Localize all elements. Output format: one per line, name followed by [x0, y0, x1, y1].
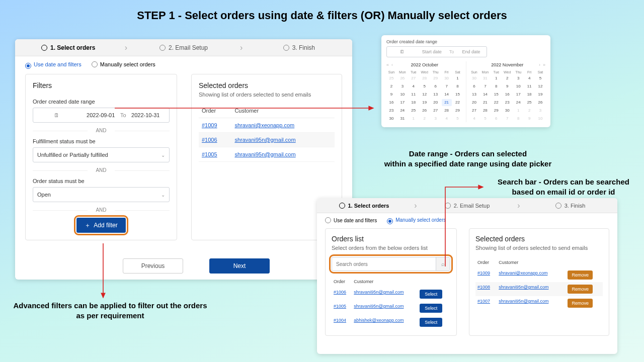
fulfillment-label: Fulfillment status must be — [33, 138, 170, 144]
customer-link[interactable]: shravani95n@gmail.com — [234, 137, 295, 143]
orders-list-title: Orders list — [332, 235, 450, 243]
chevron-right-icon: › — [411, 201, 420, 210]
step-3[interactable]: 3. Finish — [246, 44, 352, 51]
table-row: #1008shravani95n@gmail.comRemove — [475, 282, 603, 296]
customer-link[interactable]: shravani95n@gmail.com — [354, 290, 404, 295]
customer-link[interactable]: shravani@xeonapp.com — [234, 122, 294, 128]
order-link[interactable]: #1009 — [477, 270, 490, 276]
selected-orders-table: OrderCustomer #1009shravani@xeonapp.com … — [199, 104, 335, 162]
order-link[interactable]: #1004 — [334, 318, 346, 323]
wizard-panel-filters: 1. Select orders › 2. Email Setup › 3. F… — [15, 39, 352, 280]
select-button[interactable]: Select — [420, 290, 442, 299]
customer-link[interactable]: shravani95n@gmail.com — [499, 299, 548, 304]
table-row: #1006shravani95n@gmail.com — [199, 133, 335, 147]
next-year-icon[interactable]: » — [543, 62, 545, 67]
selected-orders-card-2: Selected orders Showing list of orders s… — [469, 228, 609, 336]
customer-link[interactable]: abhishek@xeonapp.com — [354, 318, 404, 323]
next-button[interactable]: Next — [209, 258, 270, 274]
page-title: STEP 1 - Select orders using date & filt… — [0, 9, 644, 22]
order-link[interactable]: #1005 — [334, 304, 346, 309]
filters-card: Filters Order created date range 🗓 2022-… — [25, 74, 177, 240]
calendar-month-nov[interactable]: 2022 November›» SunMonTueWedThuFriSat303… — [466, 61, 546, 122]
date-picker-input[interactable]: 🗓 Start date To End date — [386, 46, 487, 57]
search-icon: ⌕ — [441, 261, 445, 267]
calendar-month-oct[interactable]: «‹2022 October SunMonTueWedThuFriSat2526… — [386, 61, 466, 122]
order-status-select[interactable]: Open⌄ — [33, 187, 170, 202]
annotation-daterange: Date range - Orders can selectedwithin a… — [377, 149, 558, 169]
table-row: #1009shravani@xeonapp.com — [199, 118, 335, 133]
select-button[interactable]: Select — [420, 318, 442, 327]
orders-search[interactable]: ⌕ — [332, 257, 450, 271]
table-row: #1005shravani95n@gmail.comSelect — [332, 301, 450, 315]
plus-icon: ＋ — [85, 221, 91, 230]
selected-orders-table-2: OrderCustomer #1009shravani@xeonapp.comR… — [475, 257, 603, 310]
date-picker-label: Order created date range — [386, 39, 545, 44]
chevron-right-icon: › — [121, 43, 130, 52]
wizard-panel-manual: 1. Select orders › 2. Email Setup › 3. F… — [317, 198, 617, 354]
orders-list-table: OrderCustomer #1006shravani95n@gmail.com… — [332, 276, 450, 329]
mode-manual-radio[interactable]: Manually select orders — [92, 61, 155, 69]
search-button[interactable]: ⌕ — [436, 257, 450, 270]
selected-orders-title: Selected orders — [199, 81, 335, 89]
orders-list-card: Orders list Select orders from the below… — [325, 228, 457, 336]
remove-button[interactable]: Remove — [568, 285, 593, 294]
annotation-search: Search bar - Orders can be searchedbased… — [488, 177, 639, 198]
table-row: #1006shravani95n@gmail.comSelect — [332, 287, 450, 301]
step-1[interactable]: 1. Select orders — [15, 44, 121, 51]
customer-link[interactable]: shravani95n@gmail.com — [354, 304, 404, 309]
customer-link[interactable]: shravani95n@gmail.com — [234, 151, 295, 157]
order-status-label: Order status must be — [33, 178, 170, 184]
stepper: 1. Select orders › 2. Email Setup › 3. F… — [15, 39, 352, 56]
annotation-filters: Advanced filters can be applied to filte… — [7, 301, 213, 321]
next-month-icon[interactable]: › — [539, 62, 540, 67]
table-row: #1007shravani95n@gmail.comRemove — [475, 296, 603, 310]
calendar-icon: 🗓 — [37, 112, 76, 118]
order-link[interactable]: #1005 — [202, 151, 217, 157]
date-range-label: Order created date range — [33, 99, 170, 105]
selected-orders-sub: Showing list of orders selected to send … — [199, 92, 335, 98]
order-link[interactable]: #1009 — [202, 122, 217, 128]
order-link[interactable]: #1006 — [202, 137, 217, 143]
mode-filters-radio[interactable]: Use date and filters — [325, 217, 377, 224]
table-row: #1005shravani95n@gmail.com — [199, 147, 335, 162]
fulfillment-select[interactable]: Unfulfilled or Partially fulfilled⌄ — [33, 147, 170, 162]
chevron-right-icon: › — [514, 201, 523, 210]
remove-button[interactable]: Remove — [568, 299, 593, 308]
mode-filters-radio[interactable]: Use date and filters — [25, 61, 82, 69]
step-3[interactable]: 3. Finish — [523, 203, 617, 209]
add-filter-button[interactable]: ＋Add filter — [76, 218, 125, 233]
customer-link[interactable]: shravani95n@gmail.com — [499, 285, 548, 290]
chevron-right-icon: › — [237, 43, 246, 52]
date-range-input[interactable]: 🗓 2022-09-01 To 2022-10-31 — [33, 108, 170, 123]
step-1[interactable]: 1. Select orders — [317, 203, 411, 209]
select-button[interactable]: Select — [420, 304, 442, 313]
remove-button[interactable]: Remove — [568, 270, 593, 280]
previous-button[interactable]: Previous — [123, 258, 183, 274]
filters-title: Filters — [33, 81, 170, 89]
table-row: #1004abhishek@xeonapp.comSelect — [332, 315, 450, 329]
prev-month-icon[interactable]: ‹ — [391, 62, 393, 67]
customer-link[interactable]: shravani@xeonapp.com — [499, 270, 547, 276]
prev-year-icon[interactable]: « — [386, 62, 389, 67]
order-link[interactable]: #1007 — [477, 299, 490, 304]
chevron-down-icon: ⌄ — [161, 152, 165, 158]
chevron-down-icon: ⌄ — [161, 192, 165, 198]
mode-manual-radio[interactable]: Manually select orders — [387, 217, 446, 224]
step-2[interactable]: 2. Email Setup — [420, 203, 514, 209]
search-input[interactable] — [332, 257, 436, 270]
order-link[interactable]: #1006 — [334, 290, 346, 295]
date-picker-popup: Order created date range 🗓 Start date To… — [381, 35, 550, 127]
step-2[interactable]: 2. Email Setup — [130, 44, 236, 51]
order-link[interactable]: #1008 — [477, 285, 490, 290]
table-row: #1009shravani@xeonapp.comRemove — [475, 268, 603, 282]
calendar-icon: 🗓 — [390, 49, 415, 54]
